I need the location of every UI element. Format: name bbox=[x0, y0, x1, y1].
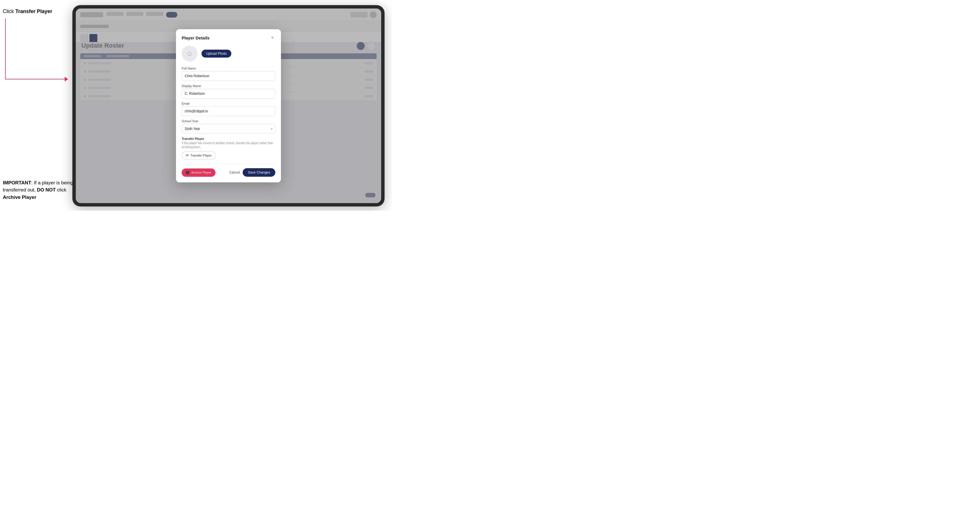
email-label: Email bbox=[181, 102, 275, 105]
transfer-player-button[interactable]: ⟳ Transfer Player bbox=[181, 151, 216, 159]
instruction-bottom: IMPORTANT: If a player is being transfer… bbox=[3, 179, 80, 201]
instruction-top-text: Click Transfer Player bbox=[3, 8, 52, 14]
modal-title: Player Details bbox=[181, 35, 210, 40]
archive-icon: ⬛ bbox=[186, 171, 189, 175]
avatar-circle: ☺ bbox=[181, 46, 197, 62]
cancel-button[interactable]: Cancel bbox=[229, 170, 240, 175]
do-not-label: DO NOT bbox=[37, 187, 56, 193]
email-field: Email bbox=[181, 102, 275, 116]
transfer-description: If this player has moved to another scho… bbox=[181, 141, 275, 149]
email-input[interactable] bbox=[181, 106, 275, 116]
modal-overlay: Player Details × ☺ Upload Photo Full Nam… bbox=[76, 8, 381, 203]
full-name-input[interactable] bbox=[181, 71, 275, 81]
transfer-icon: ⟳ bbox=[186, 154, 189, 157]
archive-button-label: Archive Player bbox=[191, 171, 212, 174]
upload-photo-button[interactable]: Upload Photo bbox=[202, 50, 231, 57]
school-year-label: School Year bbox=[181, 119, 275, 123]
modal-close-button[interactable]: × bbox=[270, 35, 275, 41]
display-name-label: Display Name bbox=[181, 84, 275, 88]
transfer-player-section: Transfer Player If this player has moved… bbox=[181, 137, 275, 159]
full-name-field: Full Name bbox=[181, 67, 275, 81]
transfer-player-bold: Transfer Player bbox=[15, 8, 52, 14]
person-icon: ☺ bbox=[186, 50, 193, 57]
tablet-screen: Update Roster bbox=[76, 8, 381, 203]
modal-footer: ⬛ Archive Player Cancel Save Changes bbox=[181, 164, 275, 177]
transfer-button-label: Transfer Player bbox=[191, 154, 212, 157]
archive-player-bold: Archive Player bbox=[3, 195, 36, 200]
school-year-select[interactable]: Sixth Year Fifth Year Fourth Year Third … bbox=[181, 124, 275, 133]
archive-player-button[interactable]: ⬛ Archive Player bbox=[181, 168, 215, 177]
arrow-line-horizontal bbox=[5, 79, 66, 79]
avatar-section: ☺ Upload Photo bbox=[181, 46, 275, 62]
display-name-input[interactable] bbox=[181, 89, 275, 98]
important-label: IMPORTANT bbox=[3, 180, 31, 186]
transfer-section-label: Transfer Player bbox=[181, 137, 275, 140]
full-name-label: Full Name bbox=[181, 67, 275, 70]
display-name-field: Display Name bbox=[181, 84, 275, 98]
modal-header: Player Details × bbox=[181, 35, 275, 41]
arrow-head bbox=[65, 77, 68, 81]
school-year-field: School Year Sixth Year Fifth Year Fourth… bbox=[181, 119, 275, 133]
tablet-device: Update Roster bbox=[72, 5, 385, 206]
save-changes-button[interactable]: Save Changes bbox=[243, 168, 275, 177]
player-details-modal: Player Details × ☺ Upload Photo Full Nam… bbox=[176, 29, 281, 183]
school-year-wrapper: Sixth Year Fifth Year Fourth Year Third … bbox=[181, 124, 275, 133]
arrow-line-vertical bbox=[5, 18, 6, 79]
